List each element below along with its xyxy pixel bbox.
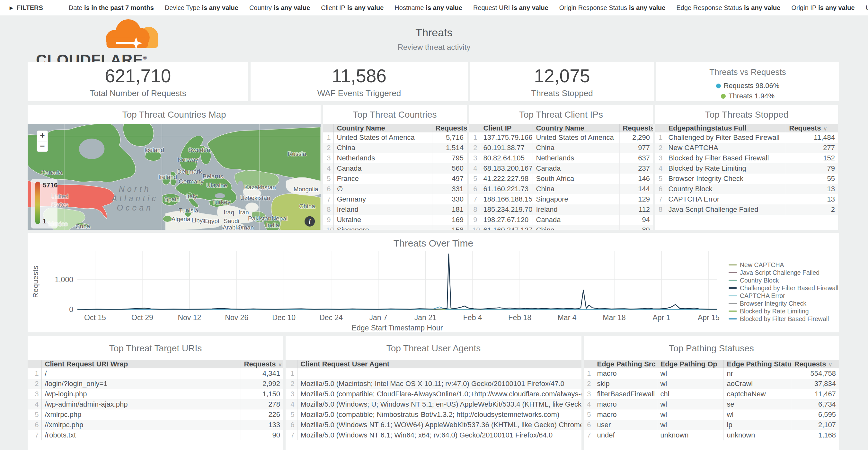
table-row[interactable]: 4/wp-admin/admin-ajax.php278 <box>28 399 283 410</box>
chart-legend-item[interactable]: Browser Integrity Check <box>728 300 838 307</box>
map-label: India <box>266 222 279 229</box>
table-row[interactable]: 260.191.38.77China977 <box>469 143 653 153</box>
table-row[interactable]: 541.222.227.98South Africa146 <box>469 174 653 184</box>
table-row[interactable]: 4Mozilla/5.0 (Windows; U; Windows NT 5.1… <box>286 399 582 410</box>
chart-legend-item[interactable]: Java Script Challenge Failed <box>728 269 838 276</box>
table-row[interactable]: 2skipwlaoCrawl37,834 <box>584 379 839 389</box>
filter-item[interactable]: Edge Response Statusis any value <box>676 4 780 11</box>
table-row[interactable]: 1United States of America5,716 <box>323 132 467 143</box>
table-row[interactable]: 4Blocked by Rate Limiting79 <box>655 163 838 174</box>
filter-item[interactable]: Countryis any value <box>249 4 310 11</box>
table-row[interactable]: 2New CAPTCHA277 <box>655 143 838 153</box>
chart-legend-item[interactable]: Challenged by Filter Based Firewall <box>728 284 838 292</box>
table-row[interactable]: 5Mozilla/5.0 (compatible; Nimbostratus-B… <box>286 410 582 420</box>
table-row[interactable]: 3Blocked by Filter Based Firewall152 <box>655 153 838 163</box>
top-threat-user-agents-table[interactable]: Client Request User Agent12Mozilla/5.0 (… <box>286 360 582 440</box>
table-row[interactable]: 1137.175.79.166United States of America2… <box>469 132 653 143</box>
svg-text:Feb 18: Feb 18 <box>508 313 531 322</box>
table-row[interactable]: 8185.234.219.70Ireland112 <box>469 204 653 215</box>
table-row[interactable]: 9198.27.67.120Canada94 <box>469 215 653 225</box>
table-row[interactable]: 8Ireland181 <box>323 204 467 215</box>
sort-caret-icon[interactable]: ∨ <box>829 362 832 368</box>
chart-legend-item[interactable]: CAPTCHA Error <box>728 292 838 300</box>
top-threats-stopped-table[interactable]: Edgepathingstatus FullRequests∨1Challeng… <box>655 124 838 215</box>
table-row[interactable]: 3filterBasedFirewallchlcaptchaNew11,467 <box>584 389 839 399</box>
filter-item[interactable]: Device Typeis any value <box>165 4 238 11</box>
threats-vs-requests-title: Threats vs Requests <box>656 62 839 77</box>
map-label: Italy <box>186 193 197 200</box>
table-row[interactable]: 7Mozilla/5.0 (Windows NT 6.1; Win64; x64… <box>286 430 582 440</box>
filter-item[interactable]: Origin IPis any value <box>791 4 855 11</box>
chart-legend: New CAPTCHAJava Script Challenge FailedC… <box>728 261 838 323</box>
filter-item[interactable]: User Agentis any value <box>866 4 868 11</box>
map-info-button[interactable]: i <box>305 216 315 227</box>
stat-label: WAF Events Triggered <box>251 88 468 98</box>
table-row[interactable]: 661.160.221.73China144 <box>469 184 653 194</box>
table-row[interactable]: 7CAPTCHA Error13 <box>655 194 838 204</box>
table-title: Top Threat User Agents <box>286 336 582 360</box>
table-row[interactable]: 8Java Script Challenge Failed2 <box>655 204 838 215</box>
sort-caret-icon[interactable]: ∨ <box>823 126 827 132</box>
filter-item[interactable]: Origin Response Statusis any value <box>559 4 665 11</box>
map-zoom-control[interactable]: + − <box>37 130 48 152</box>
threats-vs-requests-legend: Requests 98.06%Threats 1.94% <box>656 82 839 100</box>
table-row[interactable]: 6Country Block13 <box>655 184 838 194</box>
sort-caret-icon[interactable]: ∨ <box>278 362 282 368</box>
table-row[interactable]: 4Canada560 <box>323 163 467 174</box>
top-pathing-statuses-table[interactable]: Edge Pathing SrcEdge Pathing OpEdge Path… <box>584 360 839 440</box>
table-row[interactable]: 6∅331 <box>323 184 467 194</box>
table-row[interactable]: 3Mozilla/5.0 (compatible; CloudFlare-Alw… <box>286 389 582 399</box>
chart-legend-item[interactable]: New CAPTCHA <box>728 261 838 269</box>
filters-toggle[interactable]: ▶ FILTERS <box>10 4 43 11</box>
table-row[interactable]: 1macrowlnr554,758 <box>584 368 839 379</box>
table-row[interactable]: 468.183.200.167Canada237 <box>469 163 653 174</box>
table-row[interactable]: 7undefunknownunknown1,168 <box>584 430 839 440</box>
table-row[interactable]: 3/wp-login.php1,150 <box>28 389 283 399</box>
threats-over-time-chart[interactable]: Oct 15Oct 29Nov 12Nov 26Dec 10Dec 24Jan … <box>28 233 839 332</box>
table-row[interactable]: 1061.160.247.127China89 <box>469 225 653 230</box>
mid-row: Top Threat Countries Map <box>28 105 839 230</box>
table-row[interactable]: 3Netherlands795 <box>323 153 467 163</box>
filters-caret-icon: ▶ <box>10 5 13 10</box>
table-row[interactable]: 2/login/?login_only=12,992 <box>28 379 283 389</box>
table-row[interactable]: 6//xmlrpc.php133 <box>28 420 283 430</box>
table-row[interactable]: 7/robots.txt90 <box>28 430 283 440</box>
table-row[interactable]: 2China1,514 <box>323 143 467 153</box>
table-row[interactable]: 380.82.64.105Netherlands637 <box>469 153 653 163</box>
filter-item[interactable]: Client IPis any value <box>321 4 383 11</box>
table-row[interactable]: 2Mozilla/5.0 (Macintosh; Intel Mac OS X … <box>286 379 582 389</box>
table-row[interactable]: 1/4,341 <box>28 368 283 379</box>
table-row[interactable]: 6Mozilla/5.0 (Windows NT 6.1; WOW64) App… <box>286 420 582 430</box>
table-row[interactable]: 1Challenged by Filter Based Firewall11,4… <box>655 132 838 143</box>
table-row[interactable]: 5Browser Integrity Check55 <box>655 174 838 184</box>
table-row[interactable]: 7188.166.188.152Singapore129 <box>469 194 653 204</box>
table-row[interactable]: 1 <box>286 368 582 379</box>
filter-item[interactable]: Hostnameis any value <box>395 4 462 11</box>
chart-legend-item[interactable]: Country Block <box>728 276 838 284</box>
svg-text:Apr 15: Apr 15 <box>698 313 720 322</box>
top-threat-target-uris-table[interactable]: Client Request URI WrapRequests∨1/4,3412… <box>28 360 283 440</box>
filter-item[interactable]: Request URIis any value <box>473 4 548 11</box>
filter-item[interactable]: Dateis in the past 7 months <box>69 4 154 11</box>
table-row[interactable]: 9Ukraine169 <box>323 215 467 225</box>
map-legend-max: 5716 <box>43 181 58 189</box>
table-row[interactable]: 5France497 <box>323 174 467 184</box>
svg-text:Jan 7: Jan 7 <box>369 313 387 322</box>
world-map[interactable]: CanadaUnitedStatesMexicoCubaIcelandIrela… <box>28 124 320 230</box>
table-row[interactable]: 10Singapore158 <box>323 225 467 230</box>
table-row[interactable]: 5macrowlwl6,595 <box>584 410 839 420</box>
table-row[interactable]: 6userwlip2,107 <box>584 420 839 430</box>
stat-label: Total Number of Requests <box>28 88 248 98</box>
table-row[interactable]: 5/xmlrpc.php226 <box>28 410 283 420</box>
table-row[interactable]: 7Germany330 <box>323 194 467 204</box>
svg-text:Edge Start Timestamp Hour: Edge Start Timestamp Hour <box>352 324 443 332</box>
top-threat-client-ips-table[interactable]: Client IPCountry NameRequests∨1137.175.7… <box>469 124 653 230</box>
table-row[interactable]: 4macrowlse6,734 <box>584 399 839 410</box>
table-title: Top Threats Stopped <box>655 105 838 124</box>
chart-legend-item[interactable]: Blocked by Rate Limiting <box>728 307 838 315</box>
top-threat-countries-table[interactable]: Country NameRequests∨1United States of A… <box>323 124 467 230</box>
legend-dot-icon <box>716 84 721 88</box>
chart-legend-item[interactable]: Blocked by Filter Based Firewall <box>728 315 838 323</box>
map-title: Top Threat Countries Map <box>28 105 320 124</box>
info-icon: i <box>309 218 311 225</box>
